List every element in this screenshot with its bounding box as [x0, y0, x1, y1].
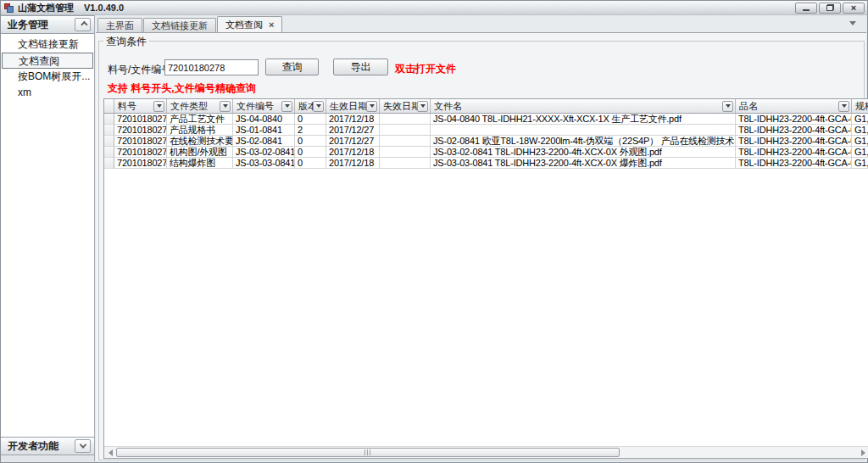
- column-header-expiry-date[interactable]: 失效日期: [380, 99, 431, 114]
- grid-cell-file-code[interactable]: JS-03-02-0841: [233, 147, 295, 158]
- scrollbar-track[interactable]: [116, 447, 857, 459]
- row-header[interactable]: [104, 125, 114, 136]
- filter-dropdown-button[interactable]: [220, 101, 231, 112]
- scroll-left-button[interactable]: [104, 447, 116, 459]
- filter-dropdown-button[interactable]: [722, 101, 733, 112]
- restore-button[interactable]: [819, 3, 841, 14]
- grid-cell-file-type[interactable]: 结构爆炸图: [167, 158, 233, 169]
- sidebar-item-0[interactable]: 文档链接更新: [1, 36, 94, 53]
- row-header[interactable]: [104, 136, 114, 147]
- column-header-version[interactable]: 版本: [295, 99, 326, 114]
- grid-cell-part-no[interactable]: 72010180278: [114, 125, 167, 136]
- grid-cell-spec[interactable]: G1,: [852, 158, 868, 169]
- sidebar-item-3[interactable]: xm: [1, 85, 94, 101]
- grid-cell-product-name[interactable]: T8L-IDHH23-2200-4ft-GCA-01: [736, 136, 852, 147]
- grid-cell-version[interactable]: 0: [295, 136, 326, 147]
- grid-cell-part-no[interactable]: 72010180278: [114, 147, 167, 158]
- grid-cell-expiry-date[interactable]: [380, 125, 431, 136]
- grid-cell-expiry-date[interactable]: [380, 114, 431, 125]
- search-button[interactable]: 查询: [265, 59, 319, 75]
- grid-cell-file-name[interactable]: JS-04-0840 T8L-IDHH21-XXXX-Xft-XCX-1X 生产…: [431, 114, 736, 125]
- grid-cell-product-name[interactable]: T8L-IDHH23-2200-4ft-GCA-01: [736, 114, 852, 125]
- grid-cell-product-name[interactable]: T8L-IDHH23-2200-4ft-GCA-01: [736, 147, 852, 158]
- column-header-part-no[interactable]: 料号: [114, 99, 167, 114]
- grid-cell-expiry-date[interactable]: [380, 147, 431, 158]
- grid-cell-file-name[interactable]: [431, 125, 736, 136]
- grid-cell-expiry-date[interactable]: [380, 158, 431, 169]
- grid-cell-part-no[interactable]: 72010180278: [114, 114, 167, 125]
- row-header[interactable]: [104, 158, 114, 169]
- filter-dropdown-button[interactable]: [366, 101, 377, 112]
- filter-dropdown-button[interactable]: [417, 101, 428, 112]
- sidebar: 业务管理 文档链接更新文档查阅按BOM树展开...xm 开发者功能: [1, 15, 95, 461]
- table-row-4[interactable]: 72010180278结构爆炸图JS-03-03-084102017/12/18…: [104, 158, 868, 169]
- collapse-button[interactable]: [75, 18, 91, 31]
- app-window: 山蒲文档管理 V1.0.49.0 × 业务管理 文档链接更新文档查阅按BOM树展…: [0, 0, 868, 463]
- export-button[interactable]: 导出: [333, 59, 388, 75]
- scrollbar-thumb[interactable]: [116, 448, 620, 457]
- table-row-2[interactable]: 72010180278在线检测技术要求JS-02-084102017/12/27…: [104, 136, 868, 147]
- column-label: 规格: [855, 100, 868, 113]
- minimize-button[interactable]: [795, 3, 817, 14]
- grid-cell-spec[interactable]: G1,: [852, 136, 868, 147]
- grid-cell-expiry-date[interactable]: [380, 136, 431, 147]
- column-header-file-type[interactable]: 文件类型: [167, 99, 233, 114]
- grid-cell-file-type[interactable]: 产品工艺文件: [167, 114, 233, 125]
- grid-cell-spec[interactable]: G1,: [852, 114, 868, 125]
- grid-cell-version[interactable]: 0: [295, 114, 326, 125]
- sidebar-item-2[interactable]: 按BOM树展开...: [1, 69, 94, 85]
- grid-cell-file-code[interactable]: JS-01-0841: [233, 125, 295, 136]
- column-header-spec[interactable]: 规格: [852, 99, 868, 114]
- tab-overflow-icon[interactable]: [849, 21, 856, 25]
- scroll-right-button[interactable]: [857, 447, 868, 459]
- filter-dropdown-button[interactable]: [838, 101, 849, 112]
- grid-cell-file-name[interactable]: JS-02-0841 欧亚T8L-18W-2200lm-4ft-伪双端（22S4…: [431, 136, 736, 147]
- grid-cell-effective-date[interactable]: 2017/12/18: [326, 114, 380, 125]
- grid-cell-version[interactable]: 0: [295, 158, 326, 169]
- sidebar-item-1[interactable]: 文档查阅: [2, 53, 93, 69]
- grid-cell-part-no[interactable]: 72010180278: [114, 158, 167, 169]
- table-row-1[interactable]: 72010180278产品规格书JS-01-084122017/12/27T8L…: [104, 125, 868, 136]
- grid-cell-file-code[interactable]: JS-03-03-0841: [233, 158, 295, 169]
- grid-cell-spec[interactable]: G1,: [852, 125, 868, 136]
- row-header[interactable]: [104, 114, 114, 125]
- grid-cell-product-name[interactable]: T8L-IDHH23-2200-4ft-GCA-01: [736, 158, 852, 169]
- row-header[interactable]: [104, 147, 114, 158]
- grid-cell-file-code[interactable]: JS-04-0840: [233, 114, 295, 125]
- grid-cell-file-name[interactable]: JS-03-02-0841 T8L-IDHH23-2200-4ft-XCX-0X…: [431, 147, 736, 158]
- grid-cell-version[interactable]: 0: [295, 147, 326, 158]
- grid-cell-file-name[interactable]: JS-03-03-0841 T8L-IDHH23-2200-4ft-XCX-0X…: [431, 158, 736, 169]
- column-header-product-name[interactable]: 品名: [736, 99, 852, 114]
- grid-cell-version[interactable]: 2: [295, 125, 326, 136]
- grid-cell-file-type[interactable]: 机构图/外观图: [167, 147, 233, 158]
- grid-cell-file-code[interactable]: JS-02-0841: [233, 136, 295, 147]
- grid-cell-effective-date[interactable]: 2017/12/18: [326, 158, 380, 169]
- column-header-effective-date[interactable]: 生效日期: [326, 99, 380, 114]
- filter-dropdown-button[interactable]: [153, 101, 164, 112]
- part-number-input[interactable]: [164, 59, 259, 75]
- table-row-0[interactable]: 72010180278产品工艺文件JS-04-084002017/12/18JS…: [104, 114, 868, 125]
- horizontal-scrollbar[interactable]: [104, 446, 868, 458]
- filter-dropdown-button[interactable]: [281, 101, 292, 112]
- expand-button[interactable]: [75, 439, 91, 453]
- column-header-file-code[interactable]: 文件编号: [233, 99, 295, 114]
- tab-close-icon[interactable]: ×: [269, 20, 274, 29]
- table-row-3[interactable]: 72010180278机构图/外观图JS-03-02-084102017/12/…: [104, 147, 868, 158]
- sidebar-header[interactable]: 业务管理: [1, 15, 94, 34]
- close-button[interactable]: ×: [843, 3, 865, 14]
- tab-2[interactable]: 文档查阅×: [217, 16, 282, 32]
- column-header-file-name[interactable]: 文件名: [431, 99, 736, 114]
- filter-dropdown-button[interactable]: [313, 101, 324, 112]
- grid-cell-product-name[interactable]: T8L-IDHH23-2200-4ft-GCA-01: [736, 125, 852, 136]
- grid-cell-effective-date[interactable]: 2017/12/27: [326, 136, 380, 147]
- grid-cell-spec[interactable]: G1,: [852, 147, 868, 158]
- tab-strip: 主界面文档链接更新文档查阅×: [97, 16, 866, 32]
- grid-cell-effective-date[interactable]: 2017/12/18: [326, 147, 380, 158]
- sidebar-footer[interactable]: 开发者功能: [1, 437, 94, 455]
- grid-cell-file-type[interactable]: 产品规格书: [167, 125, 233, 136]
- grid-cell-part-no[interactable]: 72010180278: [114, 136, 167, 147]
- tab-1[interactable]: 文档链接更新: [143, 18, 216, 32]
- grid-cell-file-type[interactable]: 在线检测技术要求: [167, 136, 233, 147]
- tab-0[interactable]: 主界面: [97, 18, 142, 32]
- grid-cell-effective-date[interactable]: 2017/12/27: [326, 125, 380, 136]
